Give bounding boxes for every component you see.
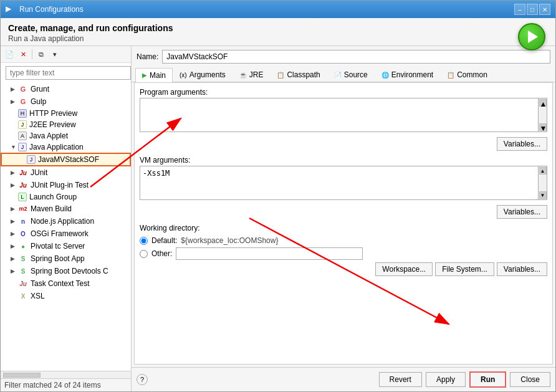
jre-tab-icon: ☕ [239,72,247,79]
default-radio-label: Default: [151,236,177,245]
new-config-button[interactable]: 📄 [3,48,16,60]
tree-item-label: HTTP Preview [29,109,77,118]
list-item[interactable]: ▶ L Launch Group [1,191,131,203]
tree-item-label: Java Application [29,143,84,151]
junit-icon: Ju [18,168,28,178]
header: Create, manage, and run configurations R… [1,18,555,45]
grunt-icon: G [18,84,28,94]
file-system-button[interactable]: File System... [435,262,494,276]
list-item[interactable]: ▶ G Gulp [1,95,131,108]
tab-arguments[interactable]: (x) Arguments [173,67,232,82]
title-bar: ▶ Run Configurations – □ ✕ [1,1,555,18]
list-item[interactable]: ▶ G Grunt [1,83,131,95]
page-title: Create, manage, and run configurations [8,23,548,33]
minimize-button[interactable]: – [514,4,525,15]
name-input[interactable] [162,50,550,64]
list-item[interactable]: ▶ Ju JUnit Plug-in Test [1,179,131,191]
tab-jre-label: JRE [249,70,264,79]
run-play-button[interactable] [518,23,545,50]
scroll-up[interactable]: ▲ [539,167,547,174]
list-item[interactable]: ▶ A Java Applet [1,130,131,141]
vm-args-input[interactable] [140,166,539,200]
applet-icon: A [18,131,27,140]
list-item[interactable]: ▶ J JavaMVStackSOF [1,153,131,166]
filter-dropdown-button[interactable]: ▾ [49,48,61,60]
default-radio[interactable] [140,237,148,245]
pivotal-icon: ● [18,241,28,251]
expand-arrow: ▶ [11,218,17,224]
scroll-track [539,107,547,123]
tab-arguments-label: Arguments [189,70,226,79]
program-args-input[interactable] [140,98,539,132]
tab-source[interactable]: 📄 Source [327,67,375,82]
apply-button[interactable]: Apply [426,372,466,387]
program-args-scrollbar[interactable]: ▲ ▼ [539,98,547,132]
other-dir-input[interactable] [176,247,363,260]
right-panel: Name: ▶ Main (x) Arguments ☕ JRE 📋 [132,46,555,391]
expand-arrow: ▶ [11,280,17,287]
vm-variables-button[interactable]: Variables... [497,205,547,219]
other-radio[interactable] [140,250,148,258]
window-icon: ▶ [6,4,16,14]
tab-main[interactable]: ▶ Main [135,68,173,82]
tree-item-label: JUnit Plug-in Test [31,181,89,189]
scroll-thumb[interactable] [3,373,41,378]
tree-item-label: Java Applet [29,131,68,140]
expand-arrow: ▼ [11,144,17,150]
help-button[interactable]: ? [137,374,148,385]
scroll-down[interactable]: ▼ [539,191,547,199]
scroll-up[interactable]: ▲ [539,99,547,107]
list-item[interactable]: ▶ n Node.js Application [1,215,131,227]
list-item[interactable]: ▶ S Spring Boot Devtools C [1,265,131,277]
list-item[interactable]: ▼ J Java Application [1,141,131,153]
run-button[interactable]: Run [469,371,506,388]
program-args-label: Program arguments: [140,88,547,97]
list-item[interactable]: ▶ O OSGi Framework [1,227,131,240]
program-variables-button[interactable]: Variables... [497,137,547,151]
task-icon: Ju [18,279,28,289]
default-radio-row: Default: ${workspace_loc:OOMShow} [140,236,547,245]
tab-environment[interactable]: 🌐 Environment [375,67,440,82]
osgi-icon: O [18,229,28,239]
list-item[interactable]: ▶ J J2EE Preview [1,119,131,130]
list-item[interactable]: ▶ m2 Maven Build [1,203,131,215]
close-button[interactable]: Close [510,372,550,387]
j2ee-icon: J [18,120,27,129]
tree-item-label: Spring Boot App [31,254,85,263]
list-item[interactable]: ▶ X XSL [1,290,131,302]
tree-container[interactable]: ▶ G Grunt ▶ G Gulp ▶ H HTTP Preview [1,83,131,371]
revert-button[interactable]: Revert [379,372,422,387]
filter-status: Filter matched 24 of 24 items [4,381,101,390]
duplicate-config-button[interactable]: ⧉ [35,48,47,60]
delete-config-button[interactable]: ✕ [17,48,29,60]
scroll-down[interactable]: ▼ [539,123,547,131]
play-circle[interactable] [518,23,545,50]
other-radio-label: Other: [151,249,172,258]
list-item[interactable]: ▶ ● Pivotal tc Server [1,240,131,252]
expand-arrow: ▶ [11,231,17,237]
expand-arrow: ▶ [19,156,26,163]
tree-item-label: Gulp [31,97,46,106]
maximize-button[interactable]: □ [527,4,538,15]
tab-classpath[interactable]: 📋 Classpath [270,67,327,82]
tab-jre[interactable]: ☕ JRE [232,67,271,82]
play-triangle-icon [528,31,538,43]
list-item[interactable]: ▶ H HTTP Preview [1,108,131,119]
list-item[interactable]: ▶ Ju Task Context Test [1,277,131,290]
list-item[interactable]: ▶ S Spring Boot App [1,252,131,265]
tree-item-label: Maven Build [31,204,72,213]
filter-input[interactable] [6,66,131,80]
tab-common[interactable]: 📋 Common [440,67,494,82]
vm-args-scrollbar[interactable]: ▲ ▼ [539,166,547,200]
horizontal-scrollbar[interactable] [1,371,131,378]
tree-item-label: J2EE Preview [29,120,76,129]
tree-item-label: JavaMVStackSOF [38,155,99,164]
expand-arrow: ▶ [11,256,17,262]
close-button[interactable]: ✕ [539,4,550,15]
list-item[interactable]: ▶ Ju JUnit [1,166,131,179]
default-dir-value: ${workspace_loc:OOMShow} [181,236,278,245]
vm-args-buttons: Variables... [140,205,547,219]
java-config-icon: J [27,155,36,164]
dir-variables-button[interactable]: Variables... [497,262,547,276]
workspace-button[interactable]: Workspace... [375,262,433,276]
